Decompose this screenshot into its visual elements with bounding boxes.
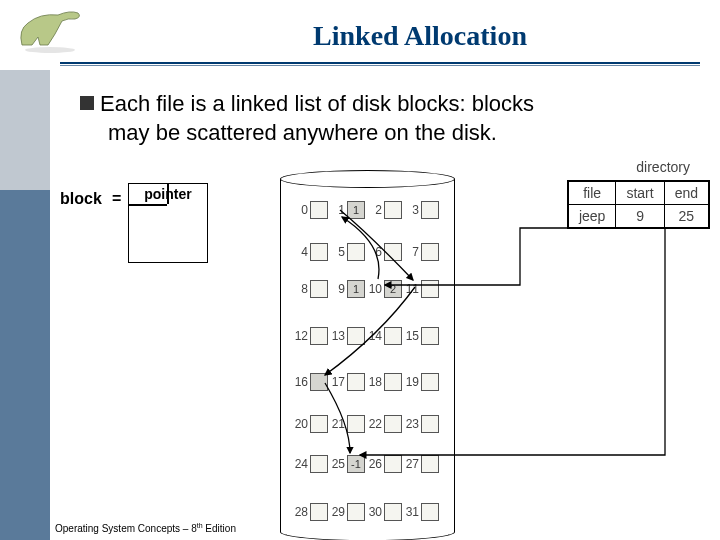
disk-block (421, 327, 439, 345)
title-rule (60, 62, 700, 64)
dinosaur-icon (10, 5, 90, 55)
block-index: 1 (329, 203, 345, 217)
cylinder-body (280, 179, 455, 531)
disk-block (421, 243, 439, 261)
footer-a: Operating System Concepts – 8 (55, 523, 197, 534)
disk-block (310, 280, 328, 298)
block-index: 22 (366, 417, 382, 431)
svg-point-0 (25, 47, 75, 53)
disk-block (310, 415, 328, 433)
disk-row: 16171819 (292, 373, 440, 391)
disk-block (421, 280, 439, 298)
disk-block (421, 373, 439, 391)
block-index: 26 (366, 457, 382, 471)
block-index: 7 (403, 245, 419, 259)
col-start: start (616, 182, 664, 205)
disk-block (347, 327, 365, 345)
disk-block (384, 201, 402, 219)
disk-block (347, 243, 365, 261)
block-index: 12 (292, 329, 308, 343)
table-row: file start end (568, 182, 708, 205)
sidebar-top-bg (0, 70, 50, 190)
block-index: 3 (403, 203, 419, 217)
block-index: 5 (329, 245, 345, 259)
disk-block: 2 (384, 280, 402, 298)
disk-block (310, 327, 328, 345)
cylinder-top (280, 170, 455, 188)
disk-diagram: 0112345678911021112131415161718192021222… (270, 165, 710, 535)
block-index: 11 (403, 282, 419, 296)
disk-block (421, 415, 439, 433)
block-index: 25 (329, 457, 345, 471)
block-index: 14 (366, 329, 382, 343)
disk-row: 01123 (292, 201, 440, 219)
block-index: 19 (403, 375, 419, 389)
block-index: 8 (292, 282, 308, 296)
block-index: 16 (292, 375, 308, 389)
disk-block (384, 415, 402, 433)
disk-row: 12131415 (292, 327, 440, 345)
cylinder-bottom (280, 523, 455, 540)
disk-block (421, 201, 439, 219)
block-index: 31 (403, 505, 419, 519)
equals-sign: = (112, 190, 121, 208)
block-label: block (60, 190, 102, 208)
bullet-line-1: Each file is a linked list of disk block… (100, 91, 534, 116)
disk-block (310, 243, 328, 261)
block-index: 0 (292, 203, 308, 217)
disk-block (347, 503, 365, 521)
disk-block (384, 327, 402, 345)
block-index: 24 (292, 457, 308, 471)
disk-row: 4567 (292, 243, 440, 261)
block-index: 23 (403, 417, 419, 431)
page-title: Linked Allocation (140, 20, 700, 52)
block-divider-h (129, 204, 167, 206)
block-index: 30 (366, 505, 382, 519)
disk-block (347, 415, 365, 433)
block-index: 13 (329, 329, 345, 343)
disk-block: 1 (347, 201, 365, 219)
bullet-line-2: may be scattered anywhere on the disk. (108, 120, 497, 145)
block-index: 18 (366, 375, 382, 389)
block-index: 10 (366, 282, 382, 296)
disk-block (384, 503, 402, 521)
disk-block (347, 373, 365, 391)
disk-row: 20212223 (292, 415, 440, 433)
logo (10, 5, 110, 60)
block-index: 2 (366, 203, 382, 217)
block-index: 17 (329, 375, 345, 389)
cell-end: 25 (664, 205, 708, 228)
col-file: file (568, 182, 615, 205)
disk-block (421, 503, 439, 521)
block-index: 27 (403, 457, 419, 471)
disk-block (310, 373, 328, 391)
disk-row: 28293031 (292, 503, 440, 521)
block-index: 20 (292, 417, 308, 431)
footer-c: Edition (203, 523, 236, 534)
disk-block: 1 (347, 280, 365, 298)
block-index: 4 (292, 245, 308, 259)
disk-block: -1 (347, 455, 365, 473)
disk-block (384, 373, 402, 391)
cell-file: jeep (568, 205, 615, 228)
table-row: jeep 9 25 (568, 205, 708, 228)
directory-label: directory (636, 159, 690, 175)
block-index: 29 (329, 505, 345, 519)
block-index: 28 (292, 505, 308, 519)
disk-row: 2425-12627 (292, 455, 440, 473)
disk-block (310, 455, 328, 473)
disk-block (310, 503, 328, 521)
bullet-square-icon (80, 96, 94, 110)
block-index: 21 (329, 417, 345, 431)
disk-block (384, 455, 402, 473)
directory-table: file start end jeep 9 25 (567, 180, 710, 229)
block-divider-v (167, 184, 169, 204)
bullet-text: Each file is a linked list of disk block… (80, 90, 700, 147)
cell-start: 9 (616, 205, 664, 228)
footer-text: Operating System Concepts – 8th Edition (55, 522, 236, 534)
block-diagram: pointer (128, 183, 208, 263)
title-rule-2 (60, 65, 700, 66)
col-end: end (664, 182, 708, 205)
disk-block (384, 243, 402, 261)
block-index: 6 (366, 245, 382, 259)
